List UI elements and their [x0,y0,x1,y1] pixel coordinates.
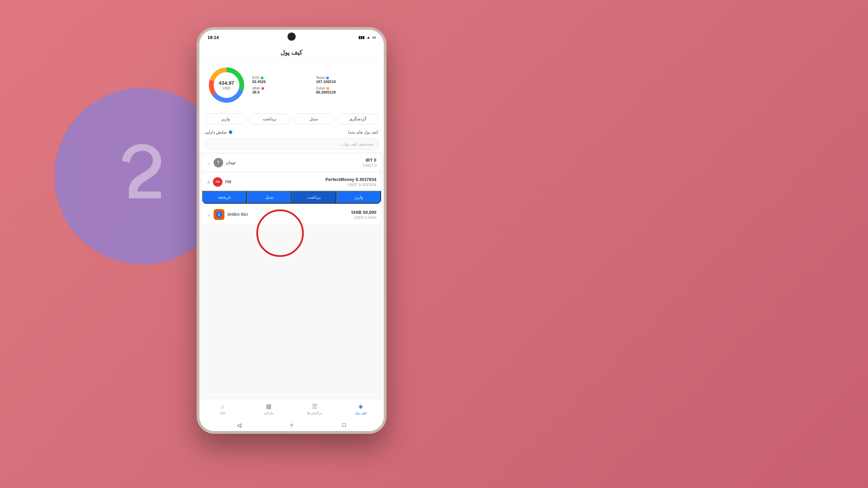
pm-name: PerfectMoney 9.3037834 [326,177,376,182]
app-header: کیف پول [199,45,384,59]
pm-variz-button[interactable]: واریز [336,191,381,204]
curve-dot [327,87,329,90]
logo-icon [98,132,186,220]
eos-label: EOS [252,76,259,80]
bardast-button[interactable]: برداشت [249,114,290,124]
pm-tabdil-button[interactable]: تبدیل [247,191,292,204]
eos-value: 82.4526 [252,80,266,84]
nav-market[interactable]: ▦ مارکت [245,401,292,416]
gardeshgari-button[interactable]: گردشگری [337,114,378,124]
irt-usdt: USDT 0 [363,163,376,167]
status-time: 19:14 [208,35,219,40]
toggle-dot [229,130,232,134]
recent-button[interactable]: □ [341,422,348,428]
chart-section: 434.97 USD EOS 82.4526 [199,59,384,111]
tabdil-button[interactable]: تبدیل [293,114,334,124]
nav-wallet[interactable]: ◈ کیف پول [338,401,384,416]
tezos-label: Tezos [316,76,325,80]
market-nav-label: مارکت [264,411,273,415]
action-buttons-row: گردشگری تبدیل برداشت واریز [199,111,384,127]
battery-icon: ▭ [372,35,376,40]
variz-button[interactable]: واریز [205,114,246,124]
camera-notch [288,33,296,41]
irt-name: IRT 0 [363,158,376,163]
tezos-dot [326,77,329,79]
market-nav-icon: ▦ [264,402,273,410]
other-value: 38.9 [252,90,259,94]
wallet-title: کیف پول های شما [348,130,378,135]
nav-transactions[interactable]: ☰ تراکنش ها [292,401,338,416]
shib-icon: 2 [214,209,224,220]
shib-chevron: ⌄ [207,212,211,217]
legend-eos: EOS 82.4526 [252,76,313,84]
wallet-list: IRT 0 USDT 0 تومان T ⌄ [199,152,384,399]
svg-text:2: 2 [218,213,220,217]
donut-center: 434.97 USD [219,80,234,90]
wallet-section-header: کیف پول های شما نمایش دارایی [199,127,384,137]
transactions-nav-label: تراکنش ها [307,411,322,415]
nav-home[interactable]: ⌂ خانه [199,401,245,416]
phone-body: 19:14 ▮▮▮ ▲ ▭ کیف پول [197,27,387,434]
pm-usdt: USDT 9.3037834 [326,183,376,187]
other-label: other [252,86,260,90]
shib-logo-icon: 2 [215,211,223,218]
pm-currency: PM [225,180,231,184]
legend-tezos: Tezos 187.108218 [316,76,377,84]
pm-icon: PM [213,177,222,187]
shib-name: SHIB 50,000 [351,210,376,215]
irt-icon: T [214,158,223,167]
wallet-search[interactable]: جستجوی کیف پول ... [205,139,378,149]
wallet-nav-label: کیف پول [355,411,367,415]
back-button[interactable]: ◁ [236,422,242,428]
wifi-icon: ▲ [367,35,370,39]
legend-other: other 38.9 [252,86,313,94]
status-icons: ▮▮▮ ▲ ▭ [358,35,376,40]
pm-chevron: ∧ [207,179,210,185]
eos-dot [261,77,263,79]
irt-currency: تومان [226,160,235,165]
shib-currency: SHIBA INU [227,212,248,217]
app-content: کیف پول [199,45,384,431]
transactions-nav-icon: ☰ [311,402,319,410]
phone-mockup: 19:14 ▮▮▮ ▲ ▭ کیف پول [197,27,387,434]
total-currency: USD [219,86,234,90]
pm-tarikhche-button[interactable]: تاریخچه [202,191,247,204]
chart-legend: EOS 82.4526 Tezos 187.108218 [252,76,377,94]
page-title: کیف پول [206,49,377,56]
wallet-item-perfectmoney: PerfectMoney 9.3037834 USDT 9.3037834 PM… [202,173,381,204]
other-dot [261,87,264,90]
pm-sub-buttons: واریز برداشت تبدیل تاریخچه [202,191,381,204]
home-nav-label: خانه [220,411,225,415]
pm-bardast-button[interactable]: برداشت [292,191,336,204]
phone-bottom-bar: ◁ ○ □ [199,419,384,431]
curve-value: 86.2605129 [316,90,336,94]
toggle-label: نمایش دارایی [205,130,227,135]
wallet-item-shib[interactable]: SHIB 50,000 USDT 1.4415 SHIBA INU 2 [202,205,381,224]
wallet-nav-icon: ◈ [357,402,365,410]
shib-usdt: USDT 1.4415 [351,216,376,220]
signal-icon: ▮▮▮ [358,35,364,40]
wallet-item-irt[interactable]: IRT 0 USDT 0 تومان T ⌄ [202,154,381,171]
bottom-navigation: ◈ کیف پول ☰ تراکنش ها ▦ مارکت ⌂ خانه [199,399,384,419]
tezos-value: 187.108218 [316,80,336,84]
home-nav-icon: ⌂ [218,402,226,410]
home-button[interactable]: ○ [288,422,295,428]
donut-chart: 434.97 USD [206,65,247,105]
legend-curve: Curve 86.2605129 [316,86,377,94]
curve-label: Curve [316,86,325,90]
irt-chevron: ⌄ [207,160,211,165]
total-amount: 434.97 [219,80,234,86]
